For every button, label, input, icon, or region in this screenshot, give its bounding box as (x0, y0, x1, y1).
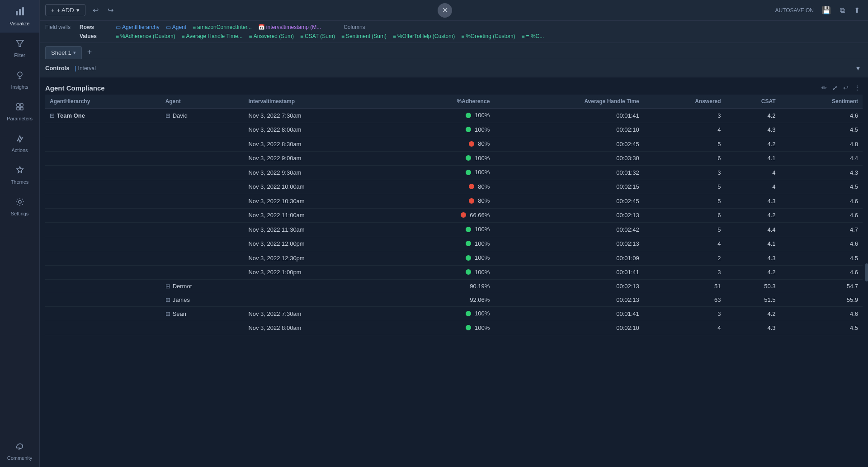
adherence-dot (466, 113, 471, 118)
interval-control[interactable]: | Interval (75, 65, 95, 71)
cell-handletime: 00:02:45 (494, 194, 643, 209)
cell-handletime: 00:03:30 (494, 151, 643, 166)
sheet-tab-chevron: ▾ (73, 50, 76, 56)
field-tag-amazonconnect[interactable]: ≡ amazonConnectInter... (191, 24, 254, 31)
cell-sentiment: 55.9 (780, 293, 863, 307)
th-intervaltimestamp: intervaltimestamp (244, 95, 396, 109)
cell-answered: 3 (644, 307, 726, 321)
share-icon-button[interactable]: ⬆ (851, 4, 863, 16)
undo-button[interactable]: ↩ (91, 4, 100, 16)
sheet-add-button[interactable]: + (85, 46, 94, 59)
cell-csat: 4.2 (726, 109, 780, 123)
sidebar-item-insights[interactable]: Insights (0, 64, 39, 96)
adherence-dot (469, 184, 474, 189)
field-tag-sentiment[interactable]: ≡ Sentiment (Sum) (340, 33, 388, 40)
visual-undo-button[interactable]: ↩ (841, 83, 851, 93)
field-tag-handletime[interactable]: ≡ Average Handle Time... (179, 33, 244, 40)
svg-rect-8 (20, 104, 23, 106)
cell-sentiment: 54.7 (780, 280, 863, 293)
sidebar-item-community[interactable]: Community (0, 435, 39, 467)
cell-timestamp (244, 293, 396, 307)
field-tag-intervaltimestamp[interactable]: 📅 intervaltimestamp (M... (256, 24, 323, 31)
cell-csat: 4.2 (726, 307, 780, 321)
sidebar-item-filter[interactable]: Filter (0, 33, 39, 64)
table-row: Nov 3, 2022 8:00am100%00:02:1044.34.5 (45, 321, 863, 335)
preview-icon-button[interactable]: ⧉ (837, 5, 848, 16)
visual-edit-button[interactable]: ✏ (819, 83, 829, 93)
sidebar-item-settings[interactable]: Settings (0, 191, 39, 223)
redo-button[interactable]: ↪ (106, 4, 115, 16)
sidebar-item-visualize[interactable]: Visualize (0, 0, 39, 33)
compliance-table: AgentHierarchy Agent intervaltimestamp %… (45, 95, 863, 335)
cell-sentiment: 4.6 (780, 265, 863, 280)
intervaltimestamp-icon: 📅 (258, 24, 265, 30)
adherence-value: 100% (475, 226, 490, 233)
cell-hierarchy (45, 223, 161, 237)
field-wells-values-row: Values ≡ %Adherence (Custom) ≡ Average H… (45, 32, 863, 41)
cell-sentiment: 4.5 (780, 180, 863, 194)
visual-panel: Agent Compliance ✏ ⤢ ↩ ⋮ AgentHierarchy … (40, 77, 868, 467)
adherence-dot (466, 325, 471, 330)
add-label: + ADD (57, 7, 74, 14)
field-tag-custom[interactable]: ≡ = %C... (520, 33, 546, 40)
cell-answered: 6 (644, 151, 726, 166)
table-row: Nov 3, 2022 1:00pm100%00:01:4134.24.6 (45, 265, 863, 280)
expand-agent-icon[interactable]: ⊟ (165, 112, 170, 119)
field-tag-agenthierarchy[interactable]: ▭ AgentHierarchy (114, 24, 161, 31)
visual-more-button[interactable]: ⋮ (852, 83, 863, 93)
cell-answered: 51 (644, 280, 726, 293)
close-button[interactable]: ✕ (438, 3, 452, 18)
cell-answered: 5 (644, 194, 726, 209)
table-row: ⊞Dermot90.19%00:02:135150.354.7 (45, 280, 863, 293)
controls-label: Controls (45, 65, 69, 71)
cell-csat: 4.2 (726, 137, 780, 152)
expand-agent-icon[interactable]: ⊟ (165, 310, 170, 317)
cell-sentiment: 4.6 (780, 109, 863, 123)
add-chevron-icon: ▾ (76, 7, 80, 14)
cell-answered: 2 (644, 251, 726, 266)
sidebar-item-actions[interactable]: Actions (0, 128, 39, 159)
cell-adherence: 100% (396, 251, 495, 266)
cell-handletime: 00:01:41 (494, 265, 643, 280)
field-tag-answered[interactable]: ≡ Answered (Sum) (247, 33, 296, 40)
field-tag-greeting[interactable]: ≡ %Greeting (Custom) (459, 33, 517, 40)
adherence-dot (466, 227, 471, 232)
save-icon-button[interactable]: 💾 (819, 4, 834, 16)
field-tag-agent[interactable]: ▭ Agent (164, 24, 188, 31)
resize-handle[interactable] (865, 263, 868, 281)
cell-timestamp: Nov 3, 2022 9:00am (244, 151, 396, 166)
field-tag-offertohelp[interactable]: ≡ %OfferToHelp (Custom) (391, 33, 457, 40)
visual-expand-button[interactable]: ⤢ (830, 83, 840, 93)
cell-timestamp: Nov 3, 2022 8:30am (244, 137, 396, 152)
controls-bar: Controls | Interval ▾ (40, 59, 868, 77)
cell-timestamp: Nov 3, 2022 11:30am (244, 223, 396, 237)
add-button[interactable]: + + ADD ▾ (45, 4, 85, 16)
controls-collapse-button[interactable]: ▾ (854, 62, 863, 74)
adherence-dot (466, 127, 471, 132)
sidebar-label-insights: Insights (11, 84, 28, 90)
cell-sentiment: 4.3 (780, 166, 863, 180)
sheet-tab-1[interactable]: Sheet 1 ▾ (45, 46, 82, 59)
sheet-tabs: Sheet 1 ▾ + (40, 43, 868, 59)
autosave-status: AUTOSAVE ON (775, 7, 814, 14)
expand-agent-icon[interactable]: ⊞ (165, 296, 170, 303)
cell-agent (161, 251, 244, 266)
table-row: Nov 3, 2022 9:30am100%00:01:32344.3 (45, 166, 863, 180)
cell-adherence: 90.19% (396, 280, 495, 293)
cell-adherence: 100% (396, 223, 495, 237)
cell-agent (161, 194, 244, 209)
cell-timestamp: Nov 3, 2022 7:30am (244, 307, 396, 321)
cell-sentiment: 4.6 (780, 307, 863, 321)
table-row: Nov 3, 2022 10:30am80%00:02:4554.34.6 (45, 194, 863, 209)
sidebar-item-themes[interactable]: Themes (0, 159, 39, 191)
field-tag-csat[interactable]: ≡ CSAT (Sum) (298, 33, 337, 40)
svg-marker-3 (16, 40, 24, 47)
agent-value: Sean (173, 310, 186, 317)
expand-hierarchy-icon[interactable]: ⊟ (50, 112, 55, 119)
sidebar-item-parameters[interactable]: Parameters (0, 96, 39, 128)
th-adherence: %Adherence (396, 95, 495, 109)
field-tag-adherence[interactable]: ≡ %Adherence (Custom) (114, 33, 177, 40)
adherence-dot (466, 170, 471, 175)
expand-agent-icon[interactable]: ⊞ (165, 283, 170, 290)
cell-hierarchy (45, 237, 161, 251)
